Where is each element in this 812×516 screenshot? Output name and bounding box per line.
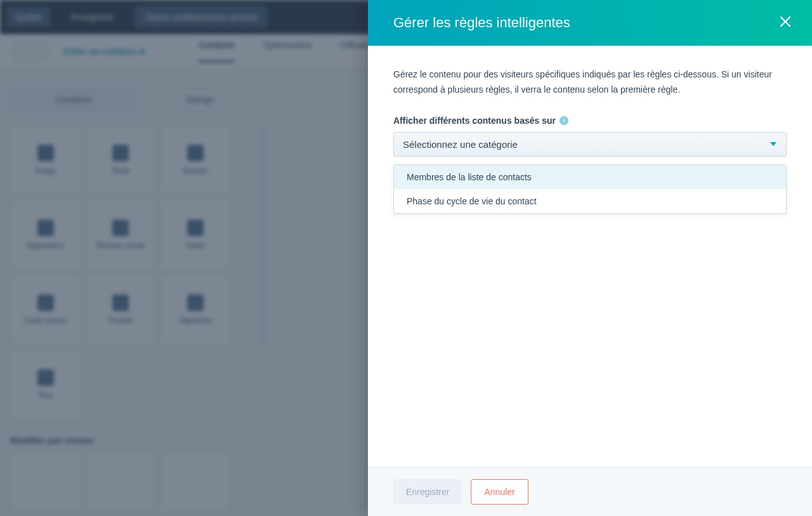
dropdown-option-lifecycle-phase[interactable]: Phase du cycle de vie du contact bbox=[394, 189, 786, 213]
caret-down-icon bbox=[769, 139, 777, 150]
panel-body: Gérez le contenu pour des visiteurs spéc… bbox=[368, 46, 812, 467]
category-field-label-text: Afficher différents contenus basés sur bbox=[393, 116, 556, 126]
cancel-button[interactable]: Annuler bbox=[471, 479, 528, 505]
dropdown-option-contact-list[interactable]: Membres de la liste de contacts bbox=[394, 165, 786, 189]
panel-intro-text: Gérez le contenu pour des visiteurs spéc… bbox=[393, 67, 787, 98]
panel-header: Gérer les règles intelligentes bbox=[368, 0, 812, 46]
category-select-value: Sélectionnez une catégorie bbox=[403, 139, 518, 150]
save-button[interactable]: Enregistrer bbox=[393, 479, 462, 505]
panel-footer: Enregistrer Annuler bbox=[368, 467, 812, 516]
category-dropdown: Membres de la liste de contacts Phase du… bbox=[393, 164, 787, 214]
close-icon bbox=[779, 15, 792, 28]
smart-rules-panel: Gérer les règles intelligentes Gérez le … bbox=[368, 0, 812, 516]
close-button[interactable] bbox=[776, 13, 794, 33]
panel-title: Gérer les règles intelligentes bbox=[393, 15, 570, 31]
info-icon[interactable]: i bbox=[560, 116, 568, 125]
category-select[interactable]: Sélectionnez une catégorie bbox=[393, 132, 787, 157]
category-field-label: Afficher différents contenus basés sur i bbox=[393, 116, 787, 126]
